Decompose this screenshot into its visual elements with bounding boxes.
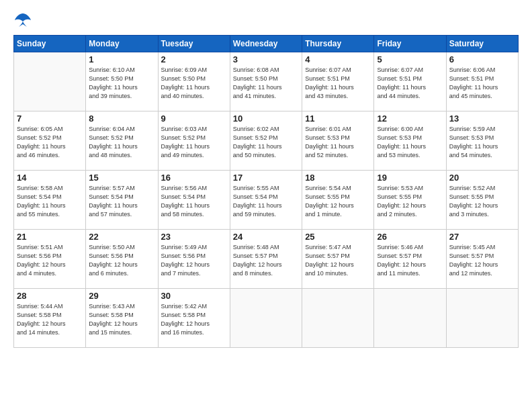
day-number: 6 (449, 54, 515, 64)
day-info: Sunrise: 6:08 AMSunset: 5:50 PMDaylight:… (233, 66, 299, 101)
day-header-tuesday: Tuesday (158, 36, 230, 52)
day-info: Sunrise: 6:09 AMSunset: 5:50 PMDaylight:… (161, 66, 227, 101)
calendar-cell: 27Sunrise: 5:45 AMSunset: 5:57 PMDayligh… (446, 230, 518, 289)
day-info: Sunrise: 6:10 AMSunset: 5:50 PMDaylight:… (89, 66, 154, 101)
calendar-week-row: 21Sunrise: 5:51 AMSunset: 5:56 PMDayligh… (14, 230, 519, 289)
calendar-header-row: SundayMondayTuesdayWednesdayThursdayFrid… (14, 36, 519, 52)
calendar-cell: 6Sunrise: 6:06 AMSunset: 5:51 PMDaylight… (446, 52, 518, 111)
day-number: 16 (161, 173, 227, 183)
day-header-monday: Monday (86, 36, 158, 52)
day-info: Sunrise: 5:46 AMSunset: 5:57 PMDaylight:… (377, 243, 443, 278)
calendar-cell: 20Sunrise: 5:52 AMSunset: 5:55 PMDayligh… (446, 171, 518, 230)
day-number: 27 (449, 232, 515, 242)
day-info: Sunrise: 6:04 AMSunset: 5:52 PMDaylight:… (89, 125, 154, 160)
day-info: Sunrise: 5:54 AMSunset: 5:55 PMDaylight:… (305, 184, 371, 219)
calendar-cell: 21Sunrise: 5:51 AMSunset: 5:56 PMDayligh… (14, 230, 86, 289)
calendar-cell: 25Sunrise: 5:47 AMSunset: 5:57 PMDayligh… (302, 230, 374, 289)
day-info: Sunrise: 6:07 AMSunset: 5:51 PMDaylight:… (305, 66, 371, 101)
day-info: Sunrise: 5:47 AMSunset: 5:57 PMDaylight:… (305, 243, 371, 278)
day-info: Sunrise: 5:55 AMSunset: 5:54 PMDaylight:… (233, 184, 299, 219)
calendar-week-row: 7Sunrise: 6:05 AMSunset: 5:52 PMDaylight… (14, 111, 519, 171)
calendar-cell: 19Sunrise: 5:53 AMSunset: 5:55 PMDayligh… (374, 171, 446, 230)
calendar-cell: 4Sunrise: 6:07 AMSunset: 5:51 PMDaylight… (302, 52, 374, 111)
calendar-cell: 28Sunrise: 5:44 AMSunset: 5:58 PMDayligh… (14, 289, 86, 348)
day-header-friday: Friday (374, 36, 446, 52)
day-header-wednesday: Wednesday (230, 36, 302, 52)
day-info: Sunrise: 5:42 AMSunset: 5:58 PMDaylight:… (161, 302, 227, 337)
day-info: Sunrise: 5:52 AMSunset: 5:55 PMDaylight:… (449, 184, 515, 219)
calendar-cell (302, 289, 374, 348)
day-number: 2 (161, 54, 227, 64)
day-number: 22 (89, 232, 154, 242)
day-number: 11 (305, 113, 371, 124)
day-number: 17 (233, 173, 299, 183)
calendar-cell: 24Sunrise: 5:48 AMSunset: 5:57 PMDayligh… (230, 230, 302, 289)
calendar-week-row: 14Sunrise: 5:58 AMSunset: 5:54 PMDayligh… (14, 171, 519, 230)
calendar-cell: 10Sunrise: 6:02 AMSunset: 5:52 PMDayligh… (230, 111, 302, 171)
day-info: Sunrise: 5:51 AMSunset: 5:56 PMDaylight:… (17, 243, 83, 278)
calendar-cell (14, 52, 86, 111)
calendar-table: SundayMondayTuesdayWednesdayThursdayFrid… (13, 35, 519, 348)
calendar-cell: 7Sunrise: 6:05 AMSunset: 5:52 PMDaylight… (14, 111, 86, 171)
day-info: Sunrise: 5:49 AMSunset: 5:56 PMDaylight:… (161, 243, 227, 278)
header (13, 12, 519, 28)
calendar-cell: 9Sunrise: 6:03 AMSunset: 5:52 PMDaylight… (158, 111, 230, 171)
day-info: Sunrise: 5:45 AMSunset: 5:57 PMDaylight:… (449, 243, 515, 278)
day-header-thursday: Thursday (302, 36, 374, 52)
day-info: Sunrise: 6:03 AMSunset: 5:52 PMDaylight:… (161, 125, 227, 160)
day-number: 14 (17, 173, 83, 183)
calendar-cell: 11Sunrise: 6:01 AMSunset: 5:53 PMDayligh… (302, 111, 374, 171)
calendar-cell: 3Sunrise: 6:08 AMSunset: 5:50 PMDaylight… (230, 52, 302, 111)
day-number: 30 (161, 291, 227, 301)
day-number: 15 (89, 173, 154, 183)
calendar-cell: 22Sunrise: 5:50 AMSunset: 5:56 PMDayligh… (86, 230, 158, 289)
day-info: Sunrise: 5:50 AMSunset: 5:56 PMDaylight:… (89, 243, 154, 278)
day-info: Sunrise: 6:05 AMSunset: 5:52 PMDaylight:… (17, 125, 83, 160)
day-number: 19 (377, 173, 443, 183)
day-info: Sunrise: 6:02 AMSunset: 5:52 PMDaylight:… (233, 125, 299, 160)
calendar-cell: 14Sunrise: 5:58 AMSunset: 5:54 PMDayligh… (14, 171, 86, 230)
calendar-cell (374, 289, 446, 348)
day-info: Sunrise: 5:48 AMSunset: 5:57 PMDaylight:… (233, 243, 299, 278)
day-number: 4 (305, 54, 371, 64)
calendar-cell: 1Sunrise: 6:10 AMSunset: 5:50 PMDaylight… (86, 52, 158, 111)
day-number: 10 (233, 113, 299, 124)
day-info: Sunrise: 5:56 AMSunset: 5:54 PMDaylight:… (161, 184, 227, 219)
day-number: 1 (89, 54, 154, 64)
calendar-week-row: 28Sunrise: 5:44 AMSunset: 5:58 PMDayligh… (14, 289, 519, 348)
calendar-cell (230, 289, 302, 348)
calendar-cell: 5Sunrise: 6:07 AMSunset: 5:51 PMDaylight… (374, 52, 446, 111)
day-number: 3 (233, 54, 299, 64)
day-info: Sunrise: 5:43 AMSunset: 5:58 PMDaylight:… (89, 302, 154, 337)
day-number: 26 (377, 232, 443, 242)
calendar-cell: 18Sunrise: 5:54 AMSunset: 5:55 PMDayligh… (302, 171, 374, 230)
day-number: 24 (233, 232, 299, 242)
day-number: 25 (305, 232, 371, 242)
page: SundayMondayTuesdayWednesdayThursdayFrid… (0, 0, 532, 411)
day-number: 9 (161, 113, 227, 124)
day-number: 7 (17, 113, 83, 124)
calendar-cell: 8Sunrise: 6:04 AMSunset: 5:52 PMDaylight… (86, 111, 158, 171)
day-info: Sunrise: 6:06 AMSunset: 5:51 PMDaylight:… (449, 66, 515, 101)
logo-bird-icon (13, 12, 32, 28)
day-number: 20 (449, 173, 515, 183)
calendar-cell: 13Sunrise: 5:59 AMSunset: 5:53 PMDayligh… (446, 111, 518, 171)
day-info: Sunrise: 5:58 AMSunset: 5:54 PMDaylight:… (17, 184, 83, 219)
day-number: 18 (305, 173, 371, 183)
calendar-cell: 2Sunrise: 6:09 AMSunset: 5:50 PMDaylight… (158, 52, 230, 111)
day-info: Sunrise: 5:53 AMSunset: 5:55 PMDaylight:… (377, 184, 443, 219)
day-info: Sunrise: 6:01 AMSunset: 5:53 PMDaylight:… (305, 125, 371, 160)
day-number: 12 (377, 113, 443, 124)
day-info: Sunrise: 6:00 AMSunset: 5:53 PMDaylight:… (377, 125, 443, 160)
day-number: 5 (377, 54, 443, 64)
day-info: Sunrise: 5:59 AMSunset: 5:53 PMDaylight:… (449, 125, 515, 160)
calendar-cell: 30Sunrise: 5:42 AMSunset: 5:58 PMDayligh… (158, 289, 230, 348)
day-number: 23 (161, 232, 227, 242)
day-info: Sunrise: 6:07 AMSunset: 5:51 PMDaylight:… (377, 66, 443, 101)
day-info: Sunrise: 5:44 AMSunset: 5:58 PMDaylight:… (17, 302, 83, 337)
calendar-cell: 23Sunrise: 5:49 AMSunset: 5:56 PMDayligh… (158, 230, 230, 289)
logo (13, 12, 35, 28)
day-number: 29 (89, 291, 154, 301)
day-info: Sunrise: 5:57 AMSunset: 5:54 PMDaylight:… (89, 184, 154, 219)
calendar-week-row: 1Sunrise: 6:10 AMSunset: 5:50 PMDaylight… (14, 52, 519, 111)
